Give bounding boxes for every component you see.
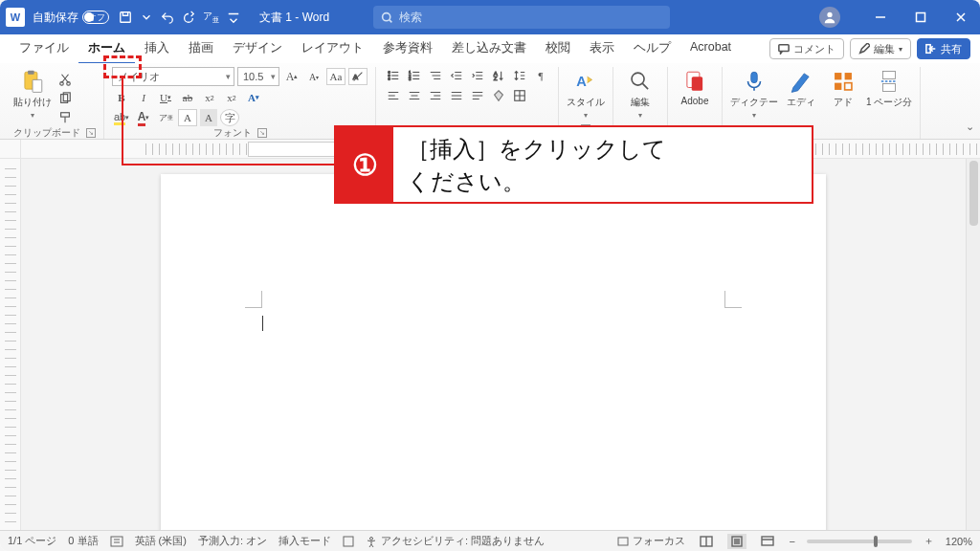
autosave-pill[interactable]: オフ <box>82 11 109 24</box>
align-center-icon[interactable] <box>405 87 424 104</box>
adobe-button[interactable]: Adobe <box>676 67 714 106</box>
pagebreak-button[interactable]: 1 ページ分 <box>866 67 912 109</box>
phonetic-guide-icon[interactable]: ア亜 <box>156 109 175 126</box>
status-focus[interactable]: フォーカス <box>617 534 685 548</box>
view-read-icon[interactable] <box>697 534 716 549</box>
distribute-icon[interactable] <box>468 87 487 104</box>
format-painter-icon[interactable] <box>56 109 75 126</box>
svg-rect-40 <box>618 538 628 545</box>
status-words[interactable]: 0 単語 <box>68 534 98 548</box>
status-accessibility[interactable]: アクセシビリティ: 問題ありません <box>366 534 545 548</box>
comments-button[interactable]: コメント <box>769 38 844 59</box>
zoom-level[interactable]: 120% <box>946 536 972 547</box>
account-avatar[interactable] <box>819 7 840 28</box>
shading-icon[interactable] <box>489 87 508 104</box>
cut-icon[interactable] <box>56 71 75 88</box>
addins-button[interactable]: アド <box>824 67 862 109</box>
align-left-icon[interactable] <box>384 87 403 104</box>
dictate-button[interactable]: ディクテー▾ <box>730 67 778 120</box>
svg-rect-36 <box>883 83 896 91</box>
zoom-in-icon[interactable]: ＋ <box>924 534 934 548</box>
undo-icon[interactable] <box>161 11 174 24</box>
show-marks-icon[interactable]: ¶ <box>531 67 550 84</box>
styles-button[interactable]: A スタイル▾ <box>567 67 605 120</box>
clipboard-dialog-launcher[interactable]: ↘ <box>86 128 96 138</box>
ribbon-collapse-icon[interactable]: ⌄ <box>966 121 974 133</box>
tab-file[interactable]: ファイル <box>10 34 78 64</box>
borders-icon[interactable] <box>510 87 529 104</box>
minimize-button[interactable] <box>867 4 894 31</box>
tab-layout[interactable]: レイアウト <box>292 34 373 64</box>
zoom-out-icon[interactable]: − <box>789 536 794 547</box>
font-color-icon[interactable]: A▾ <box>134 109 153 126</box>
tab-view[interactable]: 表示 <box>580 34 624 64</box>
status-predict[interactable]: 予測入力: オン <box>198 534 267 548</box>
search-box[interactable]: 検索 <box>373 6 670 29</box>
shrink-font-icon[interactable]: A▾ <box>304 68 323 85</box>
highlight-color-icon[interactable]: ab▾ <box>112 109 131 126</box>
text-effects-icon[interactable]: A▾ <box>244 89 263 106</box>
vertical-ruler[interactable] <box>0 159 21 530</box>
editor-button[interactable]: エディ <box>782 67 820 109</box>
tab-review[interactable]: 校閲 <box>536 34 580 64</box>
status-spell-icon[interactable] <box>110 536 123 547</box>
tab-references[interactable]: 参考資料 <box>373 34 442 64</box>
editing-mode-button[interactable]: 編集▾ <box>850 38 911 59</box>
clear-format-icon[interactable]: A <box>348 68 368 85</box>
view-web-icon[interactable] <box>758 534 777 549</box>
strikethrough-button[interactable]: ab <box>178 89 197 106</box>
zoom-slider[interactable] <box>807 540 912 543</box>
justify-icon[interactable] <box>447 87 466 104</box>
numbering-icon[interactable]: 123 <box>405 67 424 84</box>
decrease-indent-icon[interactable] <box>447 67 466 84</box>
title-bar: W 自動保存 オフ ア亜 文書 1 - Word 検索 <box>0 0 980 34</box>
view-print-icon[interactable] <box>727 534 746 549</box>
svg-rect-31 <box>835 73 841 79</box>
char-border-icon[interactable]: A <box>178 109 197 126</box>
grow-font-icon[interactable]: A▴ <box>282 68 301 85</box>
align-right-icon[interactable] <box>426 87 445 104</box>
close-button[interactable] <box>947 4 974 31</box>
status-page[interactable]: 1/1 ページ <box>8 534 56 548</box>
redo-icon[interactable] <box>182 11 195 24</box>
underline-button[interactable]: U▾ <box>156 89 175 106</box>
subscript-button[interactable]: x2 <box>200 89 219 106</box>
status-macro-icon[interactable] <box>343 536 354 547</box>
sort-icon[interactable]: AZ <box>489 67 508 84</box>
maximize-button[interactable] <box>907 4 934 31</box>
linespacing-icon[interactable] <box>510 67 529 84</box>
tab-design[interactable]: デザイン <box>223 34 292 64</box>
increase-indent-icon[interactable] <box>468 67 487 84</box>
document-page[interactable] <box>161 174 826 530</box>
find-button[interactable]: 編集▾ <box>621 67 659 120</box>
share-button[interactable]: 共有 <box>917 38 970 59</box>
status-insertmode[interactable]: 挿入モード <box>278 534 331 548</box>
char-shading-icon[interactable]: A <box>200 109 217 126</box>
tab-draw[interactable]: 描画 <box>179 34 223 64</box>
tab-home[interactable]: ホーム <box>78 34 135 64</box>
tab-mailings[interactable]: 差し込み文書 <box>442 34 536 64</box>
qat-dropdown-icon[interactable] <box>140 11 153 24</box>
save-icon[interactable] <box>119 11 132 24</box>
status-language[interactable]: 英語 (米国) <box>135 534 187 548</box>
font-name-combo[interactable]: メイリオ <box>112 67 234 86</box>
enclose-char-icon[interactable]: 字 <box>220 109 239 126</box>
tab-help[interactable]: ヘルプ <box>624 34 680 64</box>
italic-button[interactable]: I <box>134 89 153 106</box>
multilevel-list-icon[interactable] <box>426 67 445 84</box>
tab-insert[interactable]: 挿入 <box>135 34 179 64</box>
autosave-toggle[interactable]: 自動保存 オフ <box>33 10 109 26</box>
fontsize-shortcut-icon[interactable]: ア亜 <box>203 10 219 25</box>
paste-button[interactable]: 貼り付け▾ <box>13 67 52 120</box>
vertical-scrollbar[interactable] <box>966 159 980 530</box>
bold-button[interactable]: B <box>112 89 131 106</box>
font-size-combo[interactable]: 10.5 <box>237 67 279 86</box>
font-dialog-launcher[interactable]: ↘ <box>257 128 267 138</box>
bullets-icon[interactable] <box>384 67 403 84</box>
copy-icon[interactable] <box>56 90 75 107</box>
tab-acrobat[interactable]: Acrobat <box>680 34 741 64</box>
qat-customize-icon[interactable] <box>227 11 240 24</box>
change-case-icon[interactable]: Aa <box>326 68 345 85</box>
svg-point-18 <box>388 75 390 77</box>
superscript-button[interactable]: x2 <box>222 89 241 106</box>
